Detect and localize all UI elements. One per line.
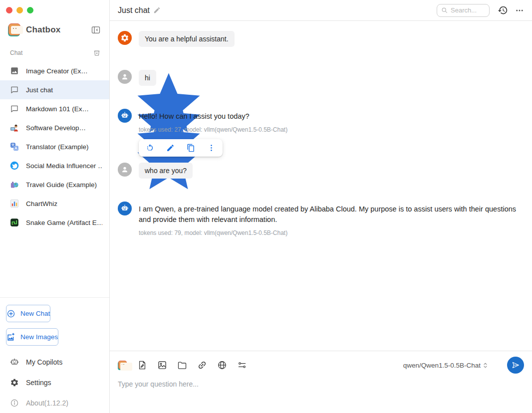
page-title: Just chat [118,6,150,15]
chatbox-logo-icon [8,23,21,36]
star-icon[interactable] [94,124,102,132]
search-input[interactable] [451,6,485,14]
attach-link-icon[interactable] [195,358,209,372]
sidebar-item-chartwhiz[interactable]: ChartWhiz [0,194,109,213]
sidebar-item-software-developer[interactable]: Software Develop… [0,118,109,137]
chat-item-label: Markdown 101 (Ex… [26,105,94,113]
snake-game-icon [10,218,19,227]
sidebar-item-snake-game[interactable]: Snake Game (Artifact E… [0,213,109,232]
about-label: About(1.12.2) [26,399,68,407]
chat-section-row: Chat [0,48,109,57]
translator-emoji-icon [10,142,19,151]
message-user: hi [118,70,524,86]
gear-icon [10,378,19,387]
copy-icon[interactable] [187,144,195,152]
collapse-sidebar-button[interactable] [90,24,101,35]
chat-item-label: Snake Game (Artifact E… [26,219,102,226]
about-button[interactable]: About(1.12.2) [0,393,109,413]
chat-item-label: ChartWhiz [26,200,102,207]
sidebar-item-translator[interactable]: Translator (Example) [0,137,109,156]
chevron-up-down-icon [482,362,489,369]
header-controls [437,4,524,17]
message-toolbar [139,139,223,157]
new-images-button[interactable]: New Images [6,328,58,346]
regenerate-icon[interactable] [146,144,154,152]
my-copilots-button[interactable]: My Copilots [0,352,109,372]
web-browsing-icon[interactable] [217,360,227,370]
history-icon[interactable] [498,5,508,15]
star-icon[interactable] [94,105,102,113]
sidebar-item-just-chat[interactable]: Just chat [0,80,109,99]
attach-image-icon[interactable] [157,360,167,370]
new-chat-button[interactable]: New Chat [6,305,50,322]
traffic-lights [0,0,109,13]
image-plus-icon [6,333,15,342]
chat-bubble-icon [10,104,19,113]
assistant-robot-avatar-icon [118,109,132,123]
message-list: You are a helpful assistant. hi Hello! H… [110,21,532,351]
message-assistant: I am Qwen, a pre-trained language model … [118,202,524,236]
message-more-icon[interactable] [207,144,216,152]
message-meta: tokens used: 27, model: vllm(qwen/Qwen1.… [139,126,287,133]
message-meta: tokens used: 79, model: vllm(qwen/Qwen1.… [139,229,524,236]
system-gear-avatar-icon [118,31,132,45]
user-message-text: hi [139,70,156,86]
new-images-label: New Images [20,333,58,341]
chat-bubble-icon [10,85,19,94]
chat-item-label: Translator (Example) [26,143,102,151]
message-system: You are a helpful assistant. [118,31,524,47]
composer-toolbar: qwen/Qwen1.5-0.5B-Chat [118,357,524,374]
image-icon [10,66,19,75]
chat-item-label: Social Media Influencer … [26,162,102,170]
sidebar-item-travel-guide[interactable]: Travel Guide (Example) [0,175,109,194]
main-header: Just chat [110,0,532,21]
info-icon [10,399,19,408]
model-settings-icon[interactable] [237,360,247,370]
attach-document-icon[interactable] [137,360,147,370]
plus-circle-icon [6,309,15,318]
message-input[interactable] [118,380,524,408]
zoom-button[interactable] [27,7,33,13]
sidebar-item-image-creator[interactable]: Image Creator (Ex… [0,61,109,80]
search-box[interactable] [437,4,490,17]
star-icon[interactable] [94,86,102,94]
settings-label: Settings [26,379,51,387]
close-button[interactable] [6,7,12,13]
model-selector-label: qwen/Qwen1.5-0.5B-Chat [403,362,481,369]
chatbox-mini-logo-icon[interactable] [118,361,127,370]
user-message-text: who are you? [139,163,193,179]
brand-row: Chatbox [0,23,109,36]
edit-title-icon[interactable] [153,6,161,14]
edit-message-icon[interactable] [166,144,175,152]
composer: qwen/Qwen1.5-0.5B-Chat [110,351,532,413]
new-chat-label: New Chat [20,310,50,317]
my-copilots-label: My Copilots [26,358,62,366]
clear-conversations-icon[interactable] [92,48,101,57]
user-avatar-icon [118,70,132,84]
attach-folder-icon[interactable] [177,360,187,370]
chat-item-label: Software Develop… [26,124,94,132]
app-window: Chatbox Chat Image Creator (Ex… Just cha… [0,0,532,413]
twitter-icon [10,161,19,170]
sidebar-item-markdown-101[interactable]: Markdown 101 (Ex… [0,99,109,118]
sidebar-item-social-media-influencer[interactable]: Social Media Influencer … [0,156,109,175]
robot-icon [10,358,19,367]
system-message-text: You are a helpful assistant. [139,31,235,47]
minimize-button[interactable] [16,7,23,13]
settings-button[interactable]: Settings [0,372,109,393]
model-selector[interactable]: qwen/Qwen1.5-0.5B-Chat [403,362,489,369]
chat-item-label: Just chat [26,86,94,94]
send-button[interactable] [507,357,524,374]
chat-item-label: Travel Guide (Example) [26,181,102,189]
travel-emoji-icon [10,180,19,189]
message-user: who are you? [118,163,524,179]
assistant-message-text: I am Qwen, a pre-trained language model … [139,202,524,225]
assistant-message-text: Hello! How can I assist you today? [139,109,287,122]
more-menu-icon[interactable] [515,6,524,15]
user-avatar-icon [118,163,132,177]
star-icon[interactable] [94,67,102,75]
assistant-robot-avatar-icon [118,202,132,215]
send-icon [511,361,520,370]
chat-list: Image Creator (Ex… Just chat Markdown 10… [0,61,109,232]
message-assistant: Hello! How can I assist you today? token… [118,109,524,157]
